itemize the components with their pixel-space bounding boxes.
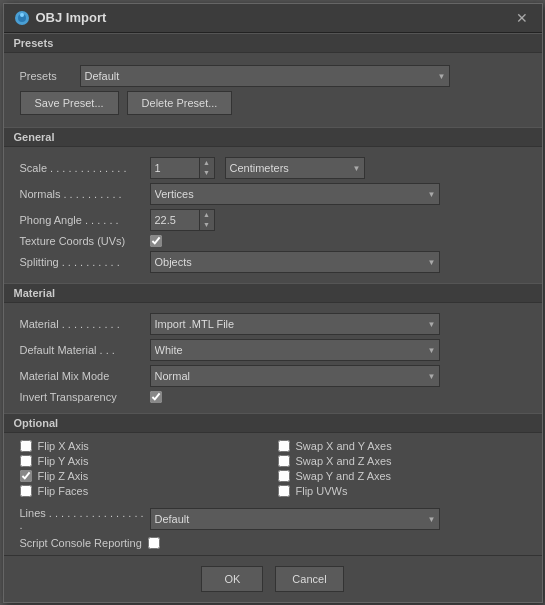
material-select[interactable]: Import .MTL File No Material <box>150 313 440 335</box>
scale-spin-wrapper: ▲ ▼ <box>150 157 215 179</box>
flip-x-label: Flip X Axis <box>38 440 89 452</box>
lines-label: Lines . . . . . . . . . . . . . . . . . <box>20 507 150 531</box>
ok-button[interactable]: OK <box>201 566 263 592</box>
preset-buttons: Save Preset... Delete Preset... <box>20 91 526 115</box>
normals-row: Normals . . . . . . . . . . Vertices Pho… <box>20 183 526 205</box>
scale-label: Scale . . . . . . . . . . . . . <box>20 162 150 174</box>
default-material-label: Default Material . . . <box>20 344 150 356</box>
general-section-header: General <box>4 127 542 147</box>
swap-yz-checkbox[interactable] <box>278 470 290 482</box>
normals-select[interactable]: Vertices Phong None <box>150 183 440 205</box>
swap-xy-row: Swap X and Y Axes <box>278 440 526 452</box>
splitting-row: Splitting . . . . . . . . . . Objects Gr… <box>20 251 526 273</box>
phong-input[interactable] <box>150 209 200 231</box>
presets-section-body: Presets Default Save Preset... Delete Pr… <box>4 53 542 127</box>
scale-spin-arrows: ▲ ▼ <box>200 157 215 179</box>
phong-spin-up[interactable]: ▲ <box>200 210 214 220</box>
app-icon <box>14 10 30 26</box>
optional-left-col: Flip X Axis Flip Y Axis Flip Z Axis Flip… <box>20 437 268 500</box>
dialog-title: OBJ Import <box>36 10 107 25</box>
flip-faces-label: Flip Faces <box>38 485 89 497</box>
presets-label: Presets <box>20 70 80 82</box>
mix-mode-select-wrapper[interactable]: Normal Add Subtract <box>150 365 440 387</box>
general-section-body: Scale . . . . . . . . . . . . . ▲ ▼ Cent… <box>4 147 542 283</box>
flip-y-label: Flip Y Axis <box>38 455 89 467</box>
flip-y-checkbox[interactable] <box>20 455 32 467</box>
lines-select[interactable]: Default <box>150 508 440 530</box>
normals-label: Normals . . . . . . . . . . <box>20 188 150 200</box>
flip-y-row: Flip Y Axis <box>20 455 268 467</box>
dialog-window: OBJ Import ✕ Presets Presets Default Sav… <box>3 3 543 603</box>
splitting-select[interactable]: Objects Groups None <box>150 251 440 273</box>
lines-row: Lines . . . . . . . . . . . . . . . . . … <box>4 504 542 534</box>
swap-xz-row: Swap X and Z Axes <box>278 455 526 467</box>
material-row: Material . . . . . . . . . . Import .MTL… <box>20 313 526 335</box>
normals-select-wrapper[interactable]: Vertices Phong None <box>150 183 440 205</box>
script-row: Script Console Reporting <box>4 534 542 555</box>
texture-checkbox[interactable] <box>150 235 162 247</box>
flip-x-checkbox[interactable] <box>20 440 32 452</box>
invert-checkbox[interactable] <box>150 391 162 403</box>
delete-preset-button[interactable]: Delete Preset... <box>127 91 233 115</box>
material-section-header: Material <box>4 283 542 303</box>
swap-yz-row: Swap Y and Z Axes <box>278 470 526 482</box>
splitting-select-wrapper[interactable]: Objects Groups None <box>150 251 440 273</box>
swap-xy-label: Swap X and Y Axes <box>296 440 392 452</box>
phong-label: Phong Angle . . . . . . <box>20 214 150 226</box>
close-button[interactable]: ✕ <box>512 10 532 26</box>
mix-mode-row: Material Mix Mode Normal Add Subtract <box>20 365 526 387</box>
material-label: Material . . . . . . . . . . <box>20 318 150 330</box>
phong-spin-wrapper: ▲ ▼ <box>150 209 215 231</box>
default-material-row: Default Material . . . White Default <box>20 339 526 361</box>
invert-label: Invert Transparency <box>20 391 150 403</box>
scale-unit-select-wrapper[interactable]: Centimeters Meters Inches Feet <box>225 157 365 179</box>
flip-uvws-row: Flip UVWs <box>278 485 526 497</box>
phong-spin-down[interactable]: ▼ <box>200 220 214 230</box>
scale-unit-row: ▲ ▼ Centimeters Meters Inches Feet <box>150 157 365 179</box>
flip-faces-row: Flip Faces <box>20 485 268 497</box>
flip-z-label: Flip Z Axis <box>38 470 89 482</box>
swap-xz-label: Swap X and Z Axes <box>296 455 392 467</box>
optional-right-col: Swap X and Y Axes Swap X and Z Axes Swap… <box>278 437 526 500</box>
presets-select-wrapper[interactable]: Default <box>80 65 450 87</box>
script-label: Script Console Reporting <box>20 537 142 549</box>
optional-grid: Flip X Axis Flip Y Axis Flip Z Axis Flip… <box>4 433 542 504</box>
material-section-body: Material . . . . . . . . . . Import .MTL… <box>4 303 542 413</box>
swap-yz-label: Swap Y and Z Axes <box>296 470 392 482</box>
texture-row: Texture Coords (UVs) <box>20 235 526 247</box>
mix-mode-label: Material Mix Mode <box>20 370 150 382</box>
presets-row: Presets Default <box>20 65 526 87</box>
scale-input[interactable] <box>150 157 200 179</box>
script-checkbox[interactable] <box>148 537 160 549</box>
mix-mode-select[interactable]: Normal Add Subtract <box>150 365 440 387</box>
flip-faces-checkbox[interactable] <box>20 485 32 497</box>
scale-spin-down[interactable]: ▼ <box>200 168 214 178</box>
flip-x-row: Flip X Axis <box>20 440 268 452</box>
flip-z-row: Flip Z Axis <box>20 470 268 482</box>
default-material-select[interactable]: White Default <box>150 339 440 361</box>
flip-uvws-checkbox[interactable] <box>278 485 290 497</box>
lines-select-wrapper[interactable]: Default <box>150 508 440 530</box>
optional-section-header: Optional <box>4 413 542 433</box>
presets-section-header: Presets <box>4 33 542 53</box>
swap-xy-checkbox[interactable] <box>278 440 290 452</box>
title-bar: OBJ Import ✕ <box>4 4 542 33</box>
phong-row: Phong Angle . . . . . . ▲ ▼ <box>20 209 526 231</box>
texture-label: Texture Coords (UVs) <box>20 235 150 247</box>
splitting-label: Splitting . . . . . . . . . . <box>20 256 150 268</box>
presets-select[interactable]: Default <box>80 65 450 87</box>
svg-point-2 <box>20 13 24 17</box>
flip-uvws-label: Flip UVWs <box>296 485 348 497</box>
scale-unit-select[interactable]: Centimeters Meters Inches Feet <box>225 157 365 179</box>
default-material-select-wrapper[interactable]: White Default <box>150 339 440 361</box>
save-preset-button[interactable]: Save Preset... <box>20 91 119 115</box>
material-select-wrapper[interactable]: Import .MTL File No Material <box>150 313 440 335</box>
swap-xz-checkbox[interactable] <box>278 455 290 467</box>
phong-spin-arrows: ▲ ▼ <box>200 209 215 231</box>
invert-row: Invert Transparency <box>20 391 526 403</box>
flip-z-checkbox[interactable] <box>20 470 32 482</box>
cancel-button[interactable]: Cancel <box>275 566 343 592</box>
scale-spin-up[interactable]: ▲ <box>200 158 214 168</box>
footer: OK Cancel <box>4 555 542 602</box>
scale-row: Scale . . . . . . . . . . . . . ▲ ▼ Cent… <box>20 157 526 179</box>
